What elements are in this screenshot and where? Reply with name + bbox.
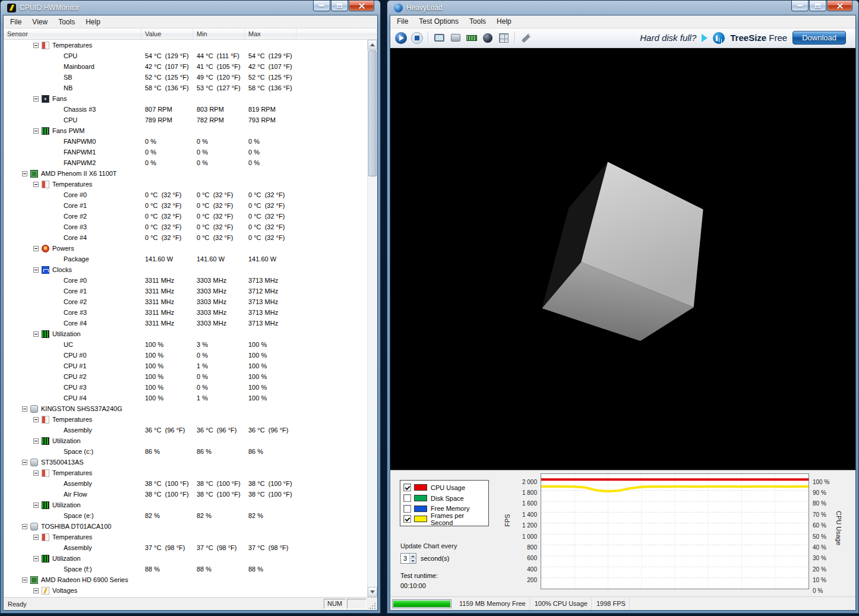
sensor-row[interactable]: UC100 %3 %100 % — [4, 339, 367, 350]
minimize-button[interactable] — [791, 1, 809, 11]
sensor-row[interactable]: Core #33311 MHz3303 MHz3713 MHz — [4, 307, 367, 318]
vertical-scrollbar[interactable] — [367, 40, 377, 597]
collapse-toggle[interactable] — [33, 246, 39, 251]
minimize-button[interactable] — [313, 1, 330, 11]
heavyload-titlebar[interactable]: HeavyLoad — [390, 1, 856, 15]
sensor-group-row[interactable]: TOSHIBA DT01ACA100 — [4, 521, 367, 532]
download-button[interactable]: Download — [792, 31, 846, 45]
sensor-group-row[interactable]: Voltages — [4, 585, 367, 596]
collapse-toggle[interactable] — [33, 182, 39, 187]
hwmonitor-titlebar[interactable]: CPUID HWMonitor — [3, 1, 378, 15]
sensor-group-row[interactable]: Fans PWM — [4, 125, 367, 136]
sensor-row[interactable]: NB58 °C (136 °F)53 °C (127 °F)58 °C (136… — [4, 83, 367, 93]
collapse-toggle[interactable] — [22, 406, 27, 412]
gui-stress-button[interactable] — [431, 30, 447, 46]
collapse-toggle[interactable] — [22, 524, 27, 529]
column-header-sensor[interactable]: Sensor — [4, 29, 141, 39]
sensor-row[interactable]: Core #43311 MHz3303 MHz3713 MHz — [4, 318, 367, 328]
collapse-toggle[interactable] — [33, 417, 39, 422]
sensor-row[interactable]: Chassis #3807 RPM803 RPM819 RPM — [4, 104, 367, 115]
sensor-row[interactable]: Core #30 °C (32 °F)0 °C (32 °F)0 °C (32 … — [4, 222, 367, 232]
sensor-group-row[interactable]: Temperatures — [4, 40, 367, 50]
sensor-group-row[interactable]: Utilization — [4, 435, 367, 446]
sensor-group-row[interactable]: Temperatures — [4, 532, 367, 542]
interval-up-button[interactable] — [410, 554, 416, 559]
start-test-button[interactable] — [393, 30, 409, 46]
sensor-row[interactable]: Assembly38 °C (100 °F)38 °C (100 °F)38 °… — [4, 478, 367, 489]
sensor-row[interactable]: FANPWM20 %0 %0 % — [4, 157, 367, 168]
write-disk-button[interactable] — [447, 30, 463, 46]
interval-down-button[interactable] — [410, 559, 416, 564]
sensor-group-row[interactable]: Temperatures — [4, 414, 367, 425]
sensor-row[interactable]: Assembly36 °C (96 °F)36 °C (96 °F)36 °C … — [4, 425, 367, 435]
maximize-button[interactable] — [809, 1, 826, 11]
close-button[interactable] — [349, 1, 374, 11]
sensor-row[interactable]: FANPWM00 %0 %0 % — [4, 136, 367, 147]
sensor-group-row[interactable]: ST3500413AS — [4, 457, 367, 467]
sensor-group-row[interactable]: Utilization — [4, 500, 367, 510]
sensor-row[interactable]: Core #13311 MHz3303 MHz3712 MHz — [4, 286, 367, 296]
collapse-toggle[interactable] — [33, 43, 39, 48]
sensor-row[interactable]: Core #23311 MHz3303 MHz3713 MHz — [4, 296, 367, 307]
sensor-group-row[interactable]: AMD Phenom II X6 1100T — [4, 168, 367, 179]
sensor-row[interactable]: Assembly37 °C (98 °F)37 °C (98 °F)37 °C … — [4, 542, 367, 553]
collapse-toggle[interactable] — [33, 331, 39, 337]
cpu-cores-button[interactable] — [495, 30, 511, 46]
sensor-row[interactable]: CPU789 RPM782 RPM793 RPM — [4, 115, 367, 125]
sensor-group-row[interactable]: AMD Radeon HD 6900 Series — [4, 574, 367, 585]
collapse-toggle[interactable] — [33, 556, 39, 561]
column-header-min[interactable]: Min — [193, 29, 245, 39]
stop-test-button[interactable] — [409, 30, 425, 46]
sensor-row[interactable]: Core #03311 MHz3303 MHz3713 MHz — [4, 275, 367, 286]
sensor-row[interactable]: SB52 °C (125 °F)49 °C (120 °F)52 °C (125… — [4, 72, 367, 83]
close-button[interactable] — [827, 1, 852, 11]
maximize-button[interactable] — [331, 1, 348, 11]
scroll-down-button[interactable] — [368, 587, 377, 597]
collapse-toggle[interactable] — [22, 171, 27, 176]
sensor-row[interactable]: Package141.60 W141.60 W141.60 W — [4, 254, 367, 264]
menu-file[interactable]: File — [391, 15, 413, 27]
sensor-row[interactable]: Core #20 °C (32 °F)0 °C (32 °F)0 °C (32 … — [4, 211, 367, 222]
sensor-row[interactable]: Core #40 °C (32 °F)0 °C (32 °F)0 °C (32 … — [4, 232, 367, 243]
sensor-row[interactable]: Space (f:)88 %88 %88 % — [4, 564, 367, 574]
sensor-row[interactable]: CPU #2100 %0 %100 % — [4, 371, 367, 382]
sensor-row[interactable]: Space (e:)82 %82 %82 % — [4, 510, 367, 521]
legend-checkbox-frames-per-second[interactable] — [403, 515, 411, 523]
render-3d-button[interactable] — [479, 30, 495, 46]
collapse-toggle[interactable] — [33, 438, 39, 444]
legend-checkbox-disk-space[interactable] — [403, 494, 411, 502]
sensor-group-row[interactable]: Temperatures — [4, 179, 367, 189]
sensor-row[interactable]: Air Flow38 °C (100 °F)38 °C (100 °F)38 °… — [4, 489, 367, 500]
legend-checkbox-cpu-usage[interactable] — [403, 484, 411, 491]
menu-help[interactable]: Help — [80, 16, 106, 28]
sensor-row[interactable]: CPU #0100 %0 %100 % — [4, 350, 367, 361]
scroll-up-button[interactable] — [368, 40, 377, 50]
collapse-toggle[interactable] — [33, 470, 39, 476]
menu-file[interactable]: File — [5, 16, 27, 28]
collapse-toggle[interactable] — [33, 535, 39, 540]
sensor-group-row[interactable]: Temperatures — [4, 467, 367, 478]
sensor-row[interactable]: CPU #4100 %1 %100 % — [4, 393, 367, 403]
resize-grip[interactable] — [368, 601, 376, 609]
collapse-toggle[interactable] — [22, 577, 27, 583]
collapse-toggle[interactable] — [33, 267, 39, 273]
sensor-group-row[interactable]: Utilization — [4, 553, 367, 564]
collapse-toggle[interactable] — [22, 460, 27, 465]
scrollbar-thumb[interactable] — [368, 50, 377, 176]
sensor-row[interactable]: Mainboard42 °C (107 °F)41 °C (105 °F)42 … — [4, 61, 367, 72]
menu-tools[interactable]: Tools — [53, 16, 80, 28]
sensor-group-row[interactable]: KINGSTON SHSS37A240G — [4, 403, 367, 414]
sensor-row[interactable]: Core #00 °C (32 °F)0 °C (32 °F)0 °C (32 … — [4, 189, 367, 200]
collapse-toggle[interactable] — [33, 503, 39, 508]
column-header-value[interactable]: Value — [141, 29, 193, 39]
settings-button[interactable] — [518, 30, 534, 46]
column-header-max[interactable]: Max — [245, 29, 296, 39]
collapse-toggle[interactable] — [33, 128, 39, 134]
sensor-group-row[interactable]: Powers — [4, 243, 367, 254]
sensor-row[interactable]: FANPWM10 %0 %0 % — [4, 147, 367, 157]
collapse-toggle[interactable] — [33, 588, 39, 593]
interval-input[interactable]: 3 — [400, 553, 416, 564]
allocate-memory-button[interactable] — [463, 30, 479, 46]
sensor-row[interactable]: CPU54 °C (129 °F)44 °C (111 °F)54 °C (12… — [4, 50, 367, 61]
sensor-row[interactable]: CPU #1100 %1 %100 % — [4, 361, 367, 371]
